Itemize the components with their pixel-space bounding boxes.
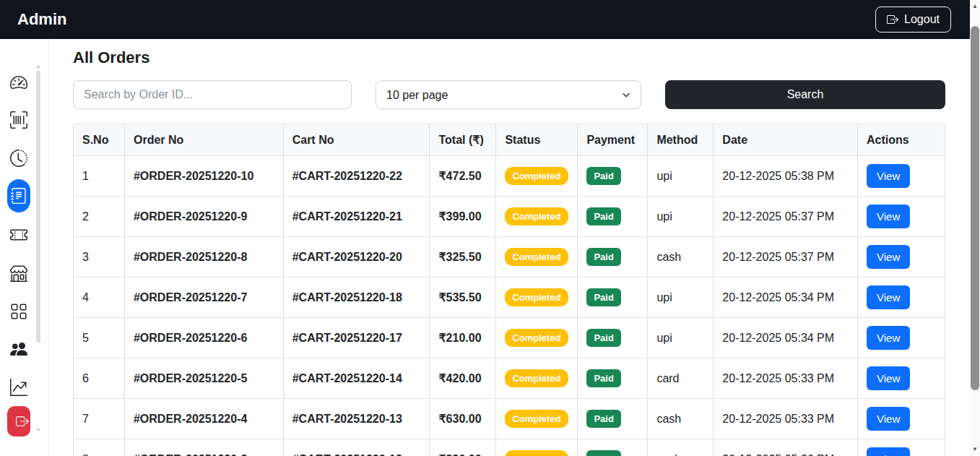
cell-total: ₹472.50 <box>430 156 496 197</box>
view-button[interactable]: View <box>867 407 910 431</box>
cell-sno: 6 <box>74 358 125 399</box>
table-row: 4#ORDER-20251220-7#CART-20251220-18₹535.… <box>74 278 945 318</box>
sidebar-scrollbar-thumb[interactable] <box>36 71 40 343</box>
cell-date: 20-12-2025 05:33 PM <box>714 358 858 399</box>
cell-payment: Paid <box>578 197 648 237</box>
search-input[interactable] <box>73 80 352 109</box>
sidebar-item-history[interactable] <box>9 149 28 168</box>
cell-sno: 7 <box>74 399 125 439</box>
cell-order-no: #ORDER-20251220-3 <box>124 439 283 456</box>
cell-payment: Paid <box>578 156 648 197</box>
sidebar-item-shop[interactable] <box>9 264 28 283</box>
sidebar-scroll-down-icon[interactable]: ▼ <box>35 427 42 432</box>
cell-method: upi <box>648 278 714 318</box>
cell-status: Completed <box>496 156 578 197</box>
cell-order-no: #ORDER-20251220-7 <box>124 278 283 318</box>
view-button[interactable]: View <box>867 447 910 456</box>
app-title: Admin <box>17 10 66 29</box>
barcode-scan-icon <box>10 111 27 129</box>
sidebar-item-users[interactable] <box>9 340 28 358</box>
cell-actions: View <box>858 439 945 456</box>
cell-sno: 3 <box>74 237 125 278</box>
cell-cart-no: #CART-20251220-17 <box>283 318 430 358</box>
graph-up-icon <box>10 379 27 396</box>
cell-order-no: #ORDER-20251220-10 <box>124 156 283 197</box>
payment-badge: Paid <box>586 248 620 266</box>
cell-method: upi <box>648 318 714 358</box>
logout-tile-icon <box>9 415 29 428</box>
cell-total: ₹890.00 <box>430 439 496 456</box>
sidebar-item-dashboard[interactable] <box>9 73 28 92</box>
sidebar: ▲ ▼ <box>0 39 49 456</box>
cell-status: Completed <box>496 197 578 237</box>
orders-journal-icon <box>11 188 27 204</box>
column-header-2: Cart No <box>283 124 430 156</box>
orders-table-body: 1#ORDER-20251220-10#CART-20251220-22₹472… <box>74 156 945 456</box>
cell-status: Completed <box>496 358 578 399</box>
page-scrollbar[interactable]: ▲ ▼ <box>970 0 980 456</box>
cell-total: ₹399.00 <box>430 197 496 237</box>
sidebar-item-tickets[interactable] <box>9 225 28 244</box>
page-scrollbar-thumb[interactable] <box>971 26 979 390</box>
sidebar-logout-button[interactable] <box>7 406 30 436</box>
main-content: All Orders 10 per page Search S.NoOrder … <box>49 39 970 456</box>
cell-date: 20-12-2025 05:33 PM <box>714 399 858 439</box>
search-button[interactable]: Search <box>665 80 945 109</box>
cell-total: ₹325.50 <box>430 237 496 278</box>
sidebar-item-scan[interactable] <box>9 111 28 129</box>
cell-order-no: #ORDER-20251220-9 <box>124 197 283 237</box>
per-page-select[interactable]: 10 per page <box>376 80 641 109</box>
cell-cart-no: #CART-20251220-14 <box>283 358 430 399</box>
cell-method: cash <box>648 399 714 439</box>
status-badge: Completed <box>505 329 568 347</box>
view-button[interactable]: View <box>867 326 910 350</box>
cell-actions: View <box>858 156 945 197</box>
orders-table: S.NoOrder NoCart NoTotal (₹)StatusPaymen… <box>73 124 945 456</box>
sidebar-item-reports[interactable] <box>9 378 28 397</box>
sidebar-scrollbar[interactable]: ▲ ▼ <box>36 64 40 432</box>
payment-badge: Paid <box>586 207 620 225</box>
sidebar-item-categories[interactable] <box>9 302 28 321</box>
table-row: 8#ORDER-20251220-3#CART-20251220-12₹890.… <box>74 439 945 456</box>
cell-cart-no: #CART-20251220-22 <box>283 156 430 197</box>
payment-badge: Paid <box>586 410 620 428</box>
scroll-down-arrow-icon[interactable]: ▼ <box>970 444 980 455</box>
sidebar-scroll-up-icon[interactable]: ▲ <box>35 64 42 69</box>
navbar: Admin Logout <box>0 0 970 39</box>
table-row: 7#ORDER-20251220-4#CART-20251220-13₹630.… <box>74 399 945 439</box>
cell-cart-no: #CART-20251220-12 <box>283 439 430 456</box>
grid-icon <box>10 303 27 320</box>
cell-date: 20-12-2025 05:37 PM <box>714 197 858 237</box>
sidebar-item-orders-active[interactable] <box>7 179 30 212</box>
view-button[interactable]: View <box>867 205 910 228</box>
cell-cart-no: #CART-20251220-18 <box>283 278 430 318</box>
cell-date: 20-12-2025 05:26 PM <box>714 439 858 456</box>
view-button[interactable]: View <box>867 164 910 188</box>
cell-method: upi <box>648 197 714 237</box>
table-row: 2#ORDER-20251220-9#CART-20251220-21₹399.… <box>74 197 945 237</box>
cell-order-no: #ORDER-20251220-5 <box>124 358 283 399</box>
logout-label: Logout <box>904 13 940 26</box>
view-button[interactable]: View <box>867 245 910 269</box>
view-button[interactable]: View <box>867 285 910 309</box>
cell-actions: View <box>858 197 945 237</box>
cell-payment: Paid <box>578 399 648 439</box>
column-header-6: Method <box>648 124 714 156</box>
cell-actions: View <box>858 278 945 318</box>
logout-button[interactable]: Logout <box>875 7 951 33</box>
status-badge: Completed <box>505 369 568 387</box>
column-header-4: Status <box>496 124 578 156</box>
cell-date: 20-12-2025 05:34 PM <box>714 318 858 358</box>
cell-actions: View <box>858 358 945 399</box>
speedometer-icon <box>10 74 27 91</box>
payment-badge: Paid <box>586 288 620 306</box>
scroll-up-arrow-icon[interactable]: ▲ <box>970 1 980 12</box>
column-header-5: Payment <box>578 124 648 156</box>
view-button[interactable]: View <box>867 366 910 390</box>
payment-badge: Paid <box>586 450 620 456</box>
cell-actions: View <box>858 237 945 278</box>
box-arrow-right-icon <box>887 14 898 25</box>
status-badge: Completed <box>505 167 568 185</box>
clock-history-icon <box>10 150 27 167</box>
cell-payment: Paid <box>578 318 648 358</box>
